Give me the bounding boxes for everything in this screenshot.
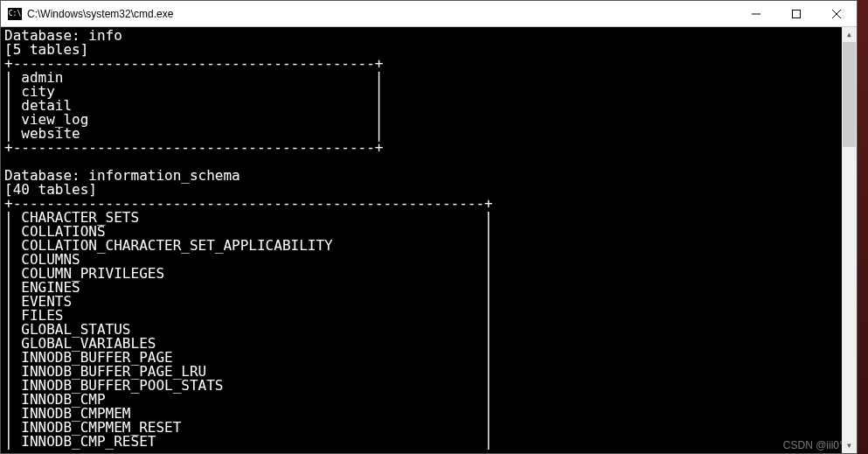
watermark-text: CSDN @iii0℃ <box>783 439 851 451</box>
close-button[interactable] <box>816 1 857 26</box>
background-edge <box>858 0 868 454</box>
titlebar[interactable]: C:\ C:\Windows\system32\cmd.exe <box>1 1 857 27</box>
cmd-window: C:\ C:\Windows\system32\cmd.exe Database… <box>0 0 858 454</box>
svg-rect-1 <box>793 10 801 17</box>
scrollbar-thumb[interactable] <box>843 42 856 147</box>
window-title: C:\Windows\system32\cmd.exe <box>27 8 736 20</box>
scroll-up-button[interactable]: ▲ <box>842 27 857 42</box>
terminal-output: Database: info [5 tables] +-------------… <box>1 27 842 453</box>
window-controls <box>736 1 857 26</box>
vertical-scrollbar[interactable]: ▲ ▼ <box>842 27 857 453</box>
terminal-area[interactable]: Database: info [5 tables] +-------------… <box>1 27 857 453</box>
cmd-icon: C:\ <box>8 8 22 20</box>
maximize-icon <box>792 10 801 18</box>
minimize-button[interactable] <box>736 1 776 26</box>
close-icon <box>832 10 841 18</box>
minimize-icon <box>752 10 760 18</box>
maximize-button[interactable] <box>776 1 816 26</box>
